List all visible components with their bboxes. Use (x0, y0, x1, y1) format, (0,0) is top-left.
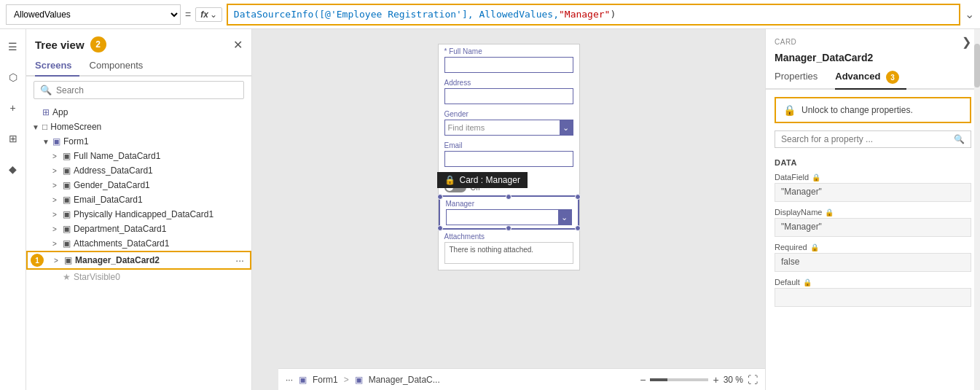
tree-node-physically[interactable]: > ▣ Physically Handicapped_DataCard1 (26, 207, 251, 222)
status-manager-label[interactable]: Manager_DataC... (369, 375, 440, 385)
icon-bar-grid[interactable]: ⊞ (3, 128, 23, 149)
manager-field: Manager ⌄ (440, 197, 578, 228)
manager-expander: > (54, 257, 64, 265)
physically-label: Physically Handicapped_DataCard1 (74, 209, 213, 219)
tree-node-attachments[interactable]: > ▣ Attachments_DataCard1 (26, 236, 251, 251)
zoom-plus-button[interactable]: + (713, 374, 718, 386)
gender-dropdown[interactable]: Find items ⌄ (444, 120, 573, 136)
homescreen-label: HomeScreen (50, 122, 101, 132)
status-form-icon: ▣ (299, 375, 307, 385)
property-selector[interactable]: AllowedValues (6, 4, 181, 25)
address-label: Address_DataCard1 (74, 165, 153, 176)
tab-advanced[interactable]: Advanced 3 (835, 68, 906, 90)
tab-screens[interactable]: Screens (35, 57, 79, 77)
tree-node-starvisible[interactable]: ★ StarVisible0 (26, 270, 251, 284)
icon-bar-menu[interactable]: ☰ (3, 36, 23, 57)
zoom-minus-button[interactable]: − (640, 374, 646, 386)
displayname-label: DisplayName 🔒 (775, 208, 971, 217)
unlock-text: Unlock to change properties. (801, 105, 913, 115)
required-field: Required 🔒 false (766, 240, 980, 275)
tree-node-app[interactable]: ⊞ App (26, 105, 251, 120)
email-label: Email_DataCard1 (74, 195, 143, 205)
right-scrollbar[interactable] (974, 29, 980, 390)
status-card-icon: ▣ (355, 375, 363, 385)
app-label: App (52, 107, 68, 117)
props-search-icon: 🔍 (954, 134, 965, 144)
address-input[interactable] (444, 88, 573, 104)
default-label-text: Default (775, 278, 800, 286)
form1-label: Form1 (63, 136, 89, 147)
formula-chevron-icon[interactable]: ⌄ (965, 7, 974, 21)
tree-node-address[interactable]: > ▣ Address_DataCard1 (26, 163, 251, 178)
fx-button[interactable]: fx ⌄ (195, 7, 222, 22)
attachments-box: There is nothing attached. (444, 242, 573, 264)
required-label: Required 🔒 (775, 243, 971, 251)
required-value: false (775, 253, 971, 272)
tree-node-manager[interactable]: 1 > ▣ Manager_DataCard2 ··· (26, 251, 251, 270)
formula-text-red: "Manager" (559, 9, 610, 20)
fit-button[interactable]: ⛶ (748, 374, 758, 386)
card-tooltip: 🔒 Card : Manager (437, 172, 528, 188)
tree-node-homescreen[interactable]: ▼ □ HomeScreen (26, 120, 251, 134)
icon-bar-hex[interactable]: ⬡ (3, 67, 23, 87)
gender-expander: > (52, 182, 63, 190)
tree-badge-2: 2 (90, 36, 106, 52)
manager-dropdown[interactable]: ⌄ (446, 209, 572, 225)
unlock-lock-icon: 🔒 (783, 104, 796, 116)
manager-more-icon[interactable]: ··· (235, 254, 244, 266)
tree-items: ⊞ App ▼ □ HomeScreen ▼ ▣ Form1 > ▣ (26, 105, 251, 390)
icon-bar-add[interactable]: + (3, 98, 23, 118)
formula-input-display[interactable]: DataSourceInfo([@'Employee Registration'… (227, 4, 960, 26)
email-input[interactable] (444, 151, 573, 167)
displayname-value: "Manager" (775, 218, 971, 237)
advanced-tab-badge: 3 (886, 71, 899, 84)
email-icon: ▣ (63, 195, 71, 205)
tree-node-form1[interactable]: ▼ ▣ Form1 (26, 134, 251, 149)
icon-bar-diamond[interactable]: ◆ (3, 159, 23, 179)
homescreen-icon: □ (42, 122, 47, 132)
props-search-box[interactable]: 🔍 (775, 130, 971, 148)
fx-label: fx (200, 9, 208, 20)
tree-node-email[interactable]: > ▣ Email_DataCard1 (26, 192, 251, 207)
tree-node-fullname[interactable]: > ▣ Full Name_DataCard1 (26, 149, 251, 163)
default-label: Default 🔒 (775, 278, 971, 286)
tree-search-box[interactable]: 🔍 (34, 81, 244, 99)
fullname-input[interactable] (444, 57, 573, 73)
props-search-input[interactable] (781, 134, 949, 144)
status-form1-label[interactable]: Form1 (313, 375, 338, 385)
tree-node-department[interactable]: > ▣ Department_DataCard1 (26, 222, 251, 236)
address-field: Address (439, 76, 579, 107)
form-card: * Full Name Address Gender Find items ⌄ … (438, 44, 580, 270)
tab-components[interactable]: Components (90, 57, 151, 77)
icon-bar: ☰ ⬡ + ⊞ ◆ (0, 29, 26, 390)
canvas-area[interactable]: * Full Name Address Gender Find items ⌄ … (252, 29, 765, 390)
props-chevron-icon[interactable]: ❯ (962, 35, 971, 49)
manager-caret-icon: ⌄ (558, 209, 571, 225)
department-expander: > (52, 225, 63, 233)
email-field-canvas: Email (439, 139, 579, 170)
zoom-slider[interactable] (650, 378, 708, 381)
tree-header-left: Tree view 2 (35, 36, 106, 52)
scrollbar-thumb[interactable] (974, 44, 980, 87)
tree-search-input[interactable] (56, 85, 238, 95)
required-label-text: Required (775, 243, 807, 251)
gender-field: Gender Find items ⌄ (439, 107, 579, 139)
equals-sign: = (185, 9, 191, 20)
manager-label: Manager_DataCard2 (75, 255, 160, 265)
tree-close-button[interactable]: ✕ (233, 38, 243, 52)
gender-caret-icon: ⌄ (560, 120, 573, 136)
tree-node-gender[interactable]: > ▣ Gender_DataCard1 (26, 178, 251, 192)
default-value (775, 288, 971, 307)
formula-bar: AllowedValues = fx ⌄ DataSourceInfo([@'E… (0, 0, 980, 29)
selected-card[interactable]: Manager ⌄ (439, 195, 579, 230)
manager-card-wrapper: 🔒 Card : Manager Manager ⌄ (439, 195, 579, 230)
props-title: Manager_DataCard2 (766, 52, 980, 68)
datafield-label: DataField 🔒 (775, 173, 971, 182)
unlock-banner[interactable]: 🔒 Unlock to change properties. (775, 97, 971, 123)
status-ellipsis[interactable]: ··· (286, 375, 293, 385)
tab-properties[interactable]: Properties (775, 68, 825, 90)
datafield-field: DataField 🔒 "Manager" (766, 170, 980, 205)
address-field-label: Address (444, 79, 573, 87)
department-icon: ▣ (63, 224, 71, 234)
email-expander: > (52, 196, 63, 204)
